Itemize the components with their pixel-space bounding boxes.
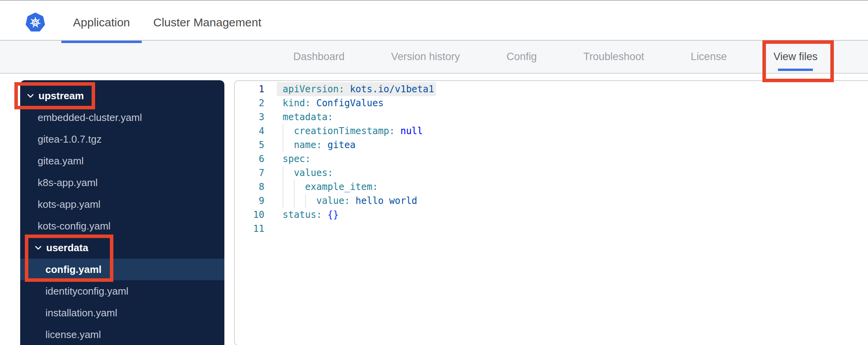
tree-folder-userdata[interactable]: userdata (20, 237, 224, 259)
nav-tab-label: Troubleshoot (583, 51, 644, 63)
code-token: kots.io/v1beta1 (344, 84, 434, 95)
nav-tab-label: Config (507, 51, 537, 63)
code-line: values: (277, 166, 868, 180)
tree-item-label: config.yaml (45, 264, 101, 276)
tree-item-label: identityconfig.yaml (45, 285, 128, 297)
tree-item-label: userdata (46, 242, 88, 254)
line-number: 4 (235, 124, 264, 138)
code-token: status: (283, 209, 322, 220)
nav-tab-label: View files (773, 51, 818, 63)
app-nav-bar: DashboardVersion historyConfigTroublesho… (0, 41, 868, 74)
nav-tab-version-history[interactable]: Version history (391, 41, 460, 73)
tree-item-label: gitea.yaml (38, 155, 84, 167)
line-number: 8 (235, 180, 264, 194)
nav-tab-config[interactable]: Config (507, 41, 537, 73)
active-tab-underline (778, 69, 813, 71)
editor-line: 4 creationTimestamp: null (235, 124, 868, 138)
nav-tab-dashboard[interactable]: Dashboard (293, 41, 345, 73)
tree-file-installation-yaml[interactable]: installation.yaml (20, 302, 224, 324)
tree-file-kots-config-yaml[interactable]: kots-config.yaml (20, 215, 224, 237)
tree-item-label: embedded-cluster.yaml (38, 112, 142, 124)
editor-line: 7 values: (235, 166, 868, 180)
nav-tab-label: Dashboard (293, 51, 345, 63)
tree-item-label: installation.yaml (45, 307, 117, 319)
tree-file-license-yaml[interactable]: license.yaml (20, 324, 224, 345)
file-tree-sidebar: upstreamembedded-cluster.yamlgitea-1.0.7… (20, 80, 224, 345)
tree-file-gitea-yaml[interactable]: gitea.yaml (20, 150, 224, 172)
code-token: {} (328, 209, 339, 220)
code-line: status: {} (277, 208, 868, 222)
code-line: apiVersion: kots.io/v1beta1 (277, 82, 868, 96)
tree-item-label: kots-app.yaml (38, 198, 101, 210)
code-token: gitea (322, 140, 356, 150)
code-line: creationTimestamp: null (277, 124, 868, 138)
nav-tab-license[interactable]: License (691, 41, 727, 73)
editor-line: 9 value: hello world (235, 194, 868, 208)
tree-file-embedded-cluster-yaml[interactable]: embedded-cluster.yaml (20, 107, 224, 128)
line-number: 11 (235, 222, 264, 236)
editor-line: 8 example_item: (235, 180, 868, 194)
code-line (277, 222, 868, 236)
code-token: apiVersion: (283, 84, 344, 95)
tree-file-gitea-1-0-7-tgz[interactable]: gitea-1.0.7.tgz (20, 128, 224, 150)
editor-line: 1apiVersion: kots.io/v1beta1 (235, 82, 868, 96)
code-token: spec: (283, 154, 311, 164)
code-token: metadata: (283, 112, 333, 122)
line-number: 9 (235, 194, 264, 208)
code-token: null (395, 126, 423, 136)
kots-admin-console: ApplicationCluster Management DashboardV… (0, 0, 868, 345)
line-number: 7 (235, 166, 264, 180)
line-number: 1 (235, 82, 264, 96)
nav-tab-label: License (691, 51, 727, 63)
code-token: value: (283, 195, 350, 206)
editor-line: 11 (235, 222, 868, 236)
nav-tab-label: Version history (391, 51, 460, 63)
editor-line: 3metadata: (235, 110, 868, 124)
editor-line: 2kind: ConfigValues (235, 96, 868, 110)
nav-tab-troubleshoot[interactable]: Troubleshoot (583, 41, 644, 73)
line-number: 3 (235, 110, 264, 124)
code-token (322, 209, 327, 220)
tree-file-kots-app-yaml[interactable]: kots-app.yaml (20, 193, 224, 215)
editor-line: 10status: {} (235, 208, 868, 222)
code-line: name: gitea (277, 138, 868, 152)
code-token: kind: (283, 98, 311, 109)
editor-line: 6spec: (235, 152, 868, 166)
line-number: 6 (235, 152, 264, 166)
code-token: hello world (350, 195, 417, 206)
code-line: kind: ConfigValues (277, 96, 868, 110)
code-line: value: hello world (277, 194, 868, 208)
tree-item-label: k8s-app.yaml (38, 177, 98, 189)
tree-file-identityconfig-yaml[interactable]: identityconfig.yaml (20, 280, 224, 302)
tree-item-label: kots-config.yaml (38, 220, 111, 232)
chevron-down-icon (27, 94, 34, 98)
topbar-tabs: ApplicationCluster Management (61, 5, 273, 40)
line-number: 10 (235, 208, 264, 222)
code-line: metadata: (277, 110, 868, 124)
code-token: ConfigValues (311, 98, 384, 109)
nav-tab-view-files[interactable]: View files (773, 41, 818, 73)
code-token: example_item: (283, 181, 378, 192)
topbar-tab-cluster-management[interactable]: Cluster Management (142, 5, 273, 40)
tree-file-k8s-app-yaml[interactable]: k8s-app.yaml (20, 172, 224, 193)
code-token: creationTimestamp: (283, 126, 395, 136)
active-tab-underline (61, 41, 142, 43)
editor-line: 5 name: gitea (235, 138, 868, 152)
tree-folder-upstream[interactable]: upstream (20, 85, 224, 107)
top-app-bar: ApplicationCluster Management (0, 1, 868, 41)
code-token: name: (283, 140, 322, 150)
code-line: example_item: (277, 180, 868, 194)
code-line: spec: (277, 152, 868, 166)
line-number: 5 (235, 138, 264, 152)
tree-item-label: gitea-1.0.7.tgz (38, 133, 102, 145)
line-number: 2 (235, 96, 264, 110)
kubernetes-logo-icon (25, 12, 45, 33)
file-content-editor[interactable]: 1apiVersion: kots.io/v1beta12kind: Confi… (234, 80, 868, 345)
code-token: values: (283, 167, 333, 178)
tree-file-config-yaml[interactable]: config.yaml (20, 259, 224, 280)
tree-item-label: license.yaml (45, 329, 101, 341)
topbar-tab-application[interactable]: Application (61, 5, 142, 40)
chevron-down-icon (35, 246, 42, 250)
topbar-tab-label: Application (73, 16, 130, 29)
topbar-tab-label: Cluster Management (153, 16, 261, 29)
